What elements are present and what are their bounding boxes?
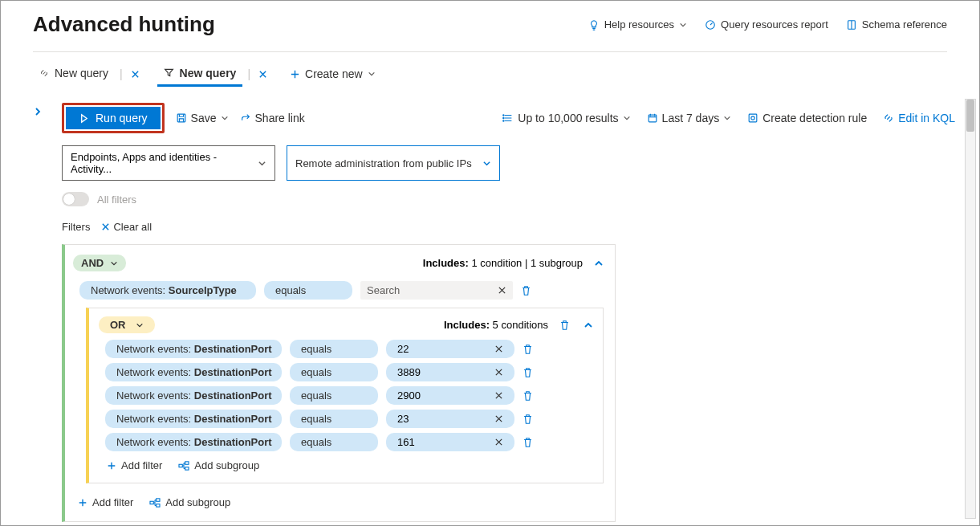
tab-new-query-2[interactable]: New query xyxy=(157,62,243,87)
header-links: Help resources Query resources report Sc… xyxy=(588,18,947,31)
condition-value-pill[interactable]: 22 xyxy=(386,340,514,358)
query-toolbar: Run query Save Share link xyxy=(62,104,955,133)
add-filter-inner-button[interactable]: Add filter xyxy=(107,459,162,471)
delete-condition-button[interactable] xyxy=(523,437,535,448)
condition-value-search[interactable]: Search xyxy=(360,281,513,300)
save-button[interactable]: Save xyxy=(176,112,229,124)
clear-icon[interactable] xyxy=(494,345,503,353)
and-filter-group: AND Includes: 1 condition | 1 subgroup N… xyxy=(62,244,616,522)
save-icon xyxy=(176,112,187,124)
vertical-scrollbar[interactable] xyxy=(965,99,976,519)
time-range-dropdown[interactable]: Last 7 days xyxy=(647,112,732,124)
add-subgroup-outer-button[interactable]: Add subgroup xyxy=(149,496,230,508)
condition-operator-pill[interactable]: equals xyxy=(290,363,378,381)
plus-icon xyxy=(78,498,87,508)
collapse-icon[interactable] xyxy=(594,259,604,268)
and-includes-summary: Includes: 1 condition | 1 subgroup xyxy=(423,257,583,269)
add-filter-outer-button[interactable]: Add filter xyxy=(78,496,133,508)
svg-point-8 xyxy=(751,116,754,120)
condition-field-pill[interactable]: Network events: DestinationPort xyxy=(105,363,282,381)
run-query-button[interactable]: Run query xyxy=(66,107,161,129)
condition-value-pill[interactable]: 2900 xyxy=(386,386,514,405)
link-icon xyxy=(39,68,49,78)
all-filters-label: All filters xyxy=(97,194,136,206)
svg-rect-10 xyxy=(185,461,189,463)
condition-value-pill[interactable]: 3889 xyxy=(386,363,514,381)
query-resources-report-link[interactable]: Query resources report xyxy=(705,18,828,31)
condition-field-pill[interactable]: Network events: DestinationPort xyxy=(105,340,282,358)
collapse-icon[interactable] xyxy=(584,320,593,330)
lightbulb-icon xyxy=(588,19,600,31)
clear-icon[interactable] xyxy=(494,368,503,377)
link-icon xyxy=(883,112,894,124)
condition-operator-pill[interactable]: equals xyxy=(290,386,378,405)
plus-icon xyxy=(290,69,300,80)
help-resources-link[interactable]: Help resources xyxy=(588,18,687,31)
tabs-bar: New query | New query | Create new xyxy=(1,52,979,88)
close-tab-1-icon[interactable] xyxy=(128,70,143,79)
svg-rect-14 xyxy=(157,504,160,506)
delete-condition-button[interactable] xyxy=(523,390,535,402)
condition-value-pill[interactable]: 23 xyxy=(386,410,514,428)
condition-operator-pill[interactable]: equals xyxy=(290,433,378,451)
share-link-button[interactable]: Share link xyxy=(240,112,305,124)
page-header: Advanced hunting Help resources Query re… xyxy=(1,1,979,51)
tab-separator: | xyxy=(242,67,255,80)
svg-rect-2 xyxy=(177,114,185,122)
delete-condition-button[interactable] xyxy=(523,414,535,425)
or-operator-pill[interactable]: OR xyxy=(99,316,155,333)
add-subgroup-inner-button[interactable]: Add subgroup xyxy=(178,459,259,471)
condition-operator-pill[interactable]: equals xyxy=(264,281,352,300)
chevron-down-icon xyxy=(221,114,229,122)
plus-icon xyxy=(107,461,116,471)
condition-row: Network events: SourceIpType equals Sear… xyxy=(79,281,604,300)
condition-value-pill[interactable]: 161 xyxy=(386,433,514,451)
template-selector[interactable]: Remote administration from public IPs xyxy=(287,145,500,181)
subgroup-icon xyxy=(149,498,161,508)
book-icon xyxy=(846,19,857,31)
condition-field-pill[interactable]: Network events: DestinationPort xyxy=(105,410,282,428)
clear-icon[interactable] xyxy=(494,438,503,446)
clear-icon[interactable] xyxy=(494,414,503,423)
or-condition-row: Network events: DestinationPortequals290… xyxy=(105,386,593,405)
expand-panel-button[interactable] xyxy=(33,97,47,525)
domain-selector[interactable]: Endpoints, Apps and identities - Activit… xyxy=(62,145,275,181)
delete-condition-button[interactable] xyxy=(523,344,535,355)
all-filters-toggle[interactable] xyxy=(62,192,89,206)
results-limit-dropdown[interactable]: Up to 10,000 results xyxy=(502,112,630,124)
chevron-down-icon xyxy=(136,321,144,329)
condition-operator-pill[interactable]: equals xyxy=(290,340,378,358)
or-condition-row: Network events: DestinationPortequals388… xyxy=(105,363,593,381)
gauge-icon xyxy=(705,19,716,31)
delete-subgroup-button[interactable] xyxy=(559,320,572,331)
or-condition-row: Network events: DestinationPortequals23 xyxy=(105,410,593,428)
or-includes-summary: Includes: 5 conditions xyxy=(444,319,548,331)
tab-new-query-1[interactable]: New query xyxy=(33,62,115,87)
condition-field-pill[interactable]: Network events: DestinationPort xyxy=(105,433,282,451)
close-tab-2-icon[interactable] xyxy=(255,70,270,79)
delete-condition-button[interactable] xyxy=(521,285,534,296)
clear-icon[interactable] xyxy=(498,286,506,295)
calendar-icon xyxy=(647,112,658,124)
svg-rect-7 xyxy=(749,114,757,122)
edit-in-kql-button[interactable]: Edit in KQL xyxy=(883,112,955,124)
chevron-down-icon xyxy=(623,114,631,122)
condition-field-pill[interactable]: Network events: SourceIpType xyxy=(79,281,256,300)
delete-condition-button[interactable] xyxy=(523,367,535,378)
svg-rect-13 xyxy=(157,498,160,500)
scrollbar-thumb[interactable] xyxy=(966,100,974,132)
subgroup-icon xyxy=(178,461,189,471)
svg-rect-6 xyxy=(649,115,657,122)
detection-icon xyxy=(747,112,758,124)
chevron-down-icon xyxy=(723,114,731,122)
create-new-button[interactable]: Create new xyxy=(290,67,376,80)
schema-reference-link[interactable]: Schema reference xyxy=(846,18,947,31)
svg-rect-12 xyxy=(150,501,153,504)
and-operator-pill[interactable]: AND xyxy=(73,255,126,271)
clear-all-button[interactable]: Clear all xyxy=(101,221,152,233)
create-detection-rule-button[interactable]: Create detection rule xyxy=(747,112,867,124)
clear-icon[interactable] xyxy=(494,391,503,400)
svg-rect-9 xyxy=(179,464,182,467)
condition-field-pill[interactable]: Network events: DestinationPort xyxy=(105,386,282,405)
condition-operator-pill[interactable]: equals xyxy=(290,410,378,428)
